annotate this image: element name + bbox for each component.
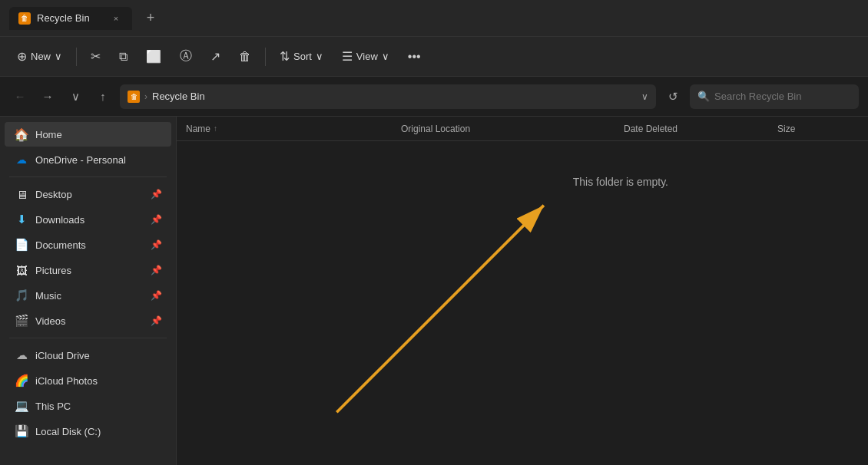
refresh-button[interactable]: ↺ bbox=[662, 86, 684, 107]
this-pc-icon: 💻 bbox=[14, 398, 29, 414]
sidebar-item-icloud-drive[interactable]: ☁ iCloud Drive bbox=[5, 343, 171, 368]
music-pin: 📌 bbox=[151, 290, 162, 301]
sidebar-divider-2 bbox=[9, 338, 167, 338]
sidebar-item-icloud-photos[interactable]: 🌈 iCloud Photos bbox=[5, 368, 171, 393]
address-path[interactable]: 🗑 › Recycle Bin ∨ bbox=[120, 84, 656, 109]
delete-icon: 🗑 bbox=[239, 50, 251, 64]
sidebar-label-videos: Videos bbox=[35, 315, 66, 327]
sidebar-item-documents[interactable]: 📄 Documents 📌 bbox=[5, 232, 171, 257]
sidebar-label-icloud-photos: iCloud Photos bbox=[35, 375, 98, 387]
sidebar-label-this-pc: This PC bbox=[35, 401, 71, 412]
new-tab-button[interactable]: + bbox=[138, 6, 163, 31]
recycle-bin-tab-icon: 🗑 bbox=[18, 12, 31, 25]
sidebar-label-downloads: Downloads bbox=[35, 214, 84, 226]
downloads-icon: ⬇ bbox=[14, 212, 29, 227]
search-box[interactable]: 🔍 bbox=[690, 84, 859, 109]
sidebar-item-music[interactable]: 🎵 Music 📌 bbox=[5, 283, 171, 308]
icloud-photos-icon: 🌈 bbox=[14, 373, 29, 388]
address-bar: ← → ∨ ↑ 🗑 › Recycle Bin ∨ ↺ 🔍 bbox=[0, 77, 868, 117]
search-input[interactable] bbox=[714, 91, 851, 102]
column-header-location[interactable]: Original Location bbox=[401, 124, 624, 134]
paste-icon: ⬜ bbox=[146, 49, 161, 64]
local-disk-icon: 💾 bbox=[14, 424, 29, 439]
copy-icon: ⧉ bbox=[119, 50, 128, 64]
videos-pin: 📌 bbox=[151, 315, 162, 326]
copy-button[interactable]: ⧉ bbox=[111, 43, 135, 71]
pictures-pin: 📌 bbox=[151, 265, 162, 275]
sidebar-label-icloud-drive: iCloud Drive bbox=[35, 350, 90, 361]
new-icon: ⊕ bbox=[17, 49, 27, 64]
view-chevron: ∨ bbox=[382, 51, 389, 62]
more-icon: ••• bbox=[408, 50, 421, 64]
sidebar-label-documents: Documents bbox=[35, 239, 86, 251]
column-header-name[interactable]: Name ↑ bbox=[186, 124, 401, 134]
documents-pin: 📌 bbox=[151, 239, 162, 250]
sidebar-label-onedrive: OneDrive - Personal bbox=[35, 154, 126, 166]
title-bar: 🗑 Recycle Bin × + bbox=[0, 0, 868, 37]
view-button[interactable]: ☰ View ∨ bbox=[334, 43, 397, 71]
downloads-pin: 📌 bbox=[151, 214, 162, 225]
path-text: Recycle Bin bbox=[152, 91, 637, 102]
up-button[interactable]: ↑ bbox=[92, 86, 114, 107]
delete-button[interactable]: 🗑 bbox=[231, 43, 259, 71]
sidebar-item-local-disk[interactable]: 💾 Local Disk (C:) bbox=[5, 419, 171, 444]
new-button[interactable]: ⊕ New ∨ bbox=[9, 43, 70, 71]
back-button[interactable]: ← bbox=[9, 86, 31, 107]
new-chevron: ∨ bbox=[55, 51, 62, 62]
sidebar-item-downloads[interactable]: ⬇ Downloads 📌 bbox=[5, 207, 171, 232]
sidebar-label-music: Music bbox=[35, 290, 61, 302]
sidebar-item-this-pc[interactable]: 💻 This PC bbox=[5, 394, 171, 418]
desktop-pin: 📌 bbox=[151, 189, 162, 200]
sidebar-divider-1 bbox=[9, 176, 167, 177]
column-headers: Name ↑ Original Location Date Deleted Si… bbox=[177, 117, 868, 141]
sidebar-label-pictures: Pictures bbox=[35, 265, 71, 276]
view-label: View bbox=[356, 51, 378, 62]
search-icon: 🔍 bbox=[697, 91, 710, 102]
sidebar-label-desktop: Desktop bbox=[35, 189, 72, 200]
sidebar-item-home[interactable]: 🏠 Home bbox=[5, 122, 171, 147]
documents-icon: 📄 bbox=[14, 237, 29, 252]
path-separator: › bbox=[144, 91, 147, 102]
sidebar-item-videos[interactable]: 🎬 Videos 📌 bbox=[5, 308, 171, 333]
toolbar-separator-1 bbox=[76, 48, 77, 66]
empty-arrow bbox=[177, 141, 868, 465]
sidebar-item-onedrive[interactable]: ☁ OneDrive - Personal bbox=[5, 147, 171, 172]
videos-icon: 🎬 bbox=[14, 313, 29, 328]
recycle-bin-tab[interactable]: 🗑 Recycle Bin × bbox=[9, 7, 132, 30]
svg-line-1 bbox=[336, 206, 544, 413]
desktop-icon: 🖥 bbox=[14, 186, 29, 202]
sidebar-item-pictures[interactable]: 🖼 Pictures 📌 bbox=[5, 258, 171, 282]
new-label: New bbox=[31, 51, 51, 62]
toolbar-separator-2 bbox=[265, 48, 266, 66]
icloud-drive-icon: ☁ bbox=[14, 348, 29, 363]
path-dropdown-icon[interactable]: ∨ bbox=[641, 91, 648, 102]
name-sort-arrow: ↑ bbox=[214, 124, 217, 133]
share-icon: ↗ bbox=[210, 49, 220, 64]
tab-title: Recycle Bin bbox=[37, 12, 103, 24]
column-header-size[interactable]: Size bbox=[777, 124, 859, 134]
content-area: Name ↑ Original Location Date Deleted Si… bbox=[177, 117, 868, 465]
paste-button[interactable]: ⬜ bbox=[138, 43, 169, 71]
dropdown-button[interactable]: ∨ bbox=[65, 86, 86, 107]
sort-chevron: ∨ bbox=[316, 51, 323, 62]
tab-close-button[interactable]: × bbox=[109, 12, 123, 25]
cut-icon: ✂ bbox=[91, 49, 101, 64]
rename-icon: Ⓐ bbox=[180, 48, 192, 64]
column-header-date[interactable]: Date Deleted bbox=[624, 124, 777, 134]
rename-button[interactable]: Ⓐ bbox=[172, 43, 200, 71]
onedrive-icon: ☁ bbox=[14, 152, 29, 167]
home-icon: 🏠 bbox=[14, 127, 29, 142]
cut-button[interactable]: ✂ bbox=[83, 43, 108, 71]
path-icon: 🗑 bbox=[128, 91, 140, 103]
more-button[interactable]: ••• bbox=[400, 43, 429, 71]
sort-icon: ⇅ bbox=[280, 49, 290, 64]
empty-content: This folder is empty. bbox=[177, 141, 868, 465]
pictures-icon: 🖼 bbox=[14, 262, 29, 278]
view-icon: ☰ bbox=[342, 49, 353, 64]
sidebar-item-desktop[interactable]: 🖥 Desktop 📌 bbox=[5, 182, 171, 206]
empty-message: This folder is empty. bbox=[573, 176, 668, 188]
main-layout: 🏠 Home ☁ OneDrive - Personal 🖥 Desktop 📌… bbox=[0, 117, 868, 465]
forward-button[interactable]: → bbox=[37, 86, 58, 107]
sort-button[interactable]: ⇅ Sort ∨ bbox=[272, 43, 331, 71]
share-button[interactable]: ↗ bbox=[203, 43, 228, 71]
